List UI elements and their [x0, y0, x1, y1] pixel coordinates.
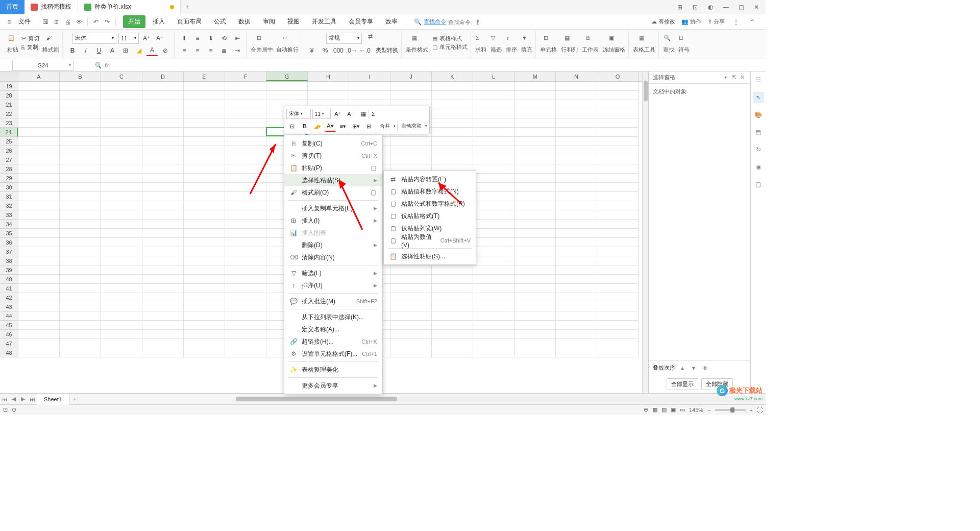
- ctx-cut[interactable]: ✂剪切(T)Ctrl+X: [284, 150, 382, 162]
- menu-tab-8[interactable]: 会员专享: [344, 15, 378, 28]
- cell[interactable]: [556, 210, 597, 220]
- sub-transpose[interactable]: ⇄粘贴内容转置(E): [384, 173, 476, 185]
- type-convert-button[interactable]: ⇄: [368, 33, 378, 43]
- cell[interactable]: [390, 155, 432, 164]
- indent-dec-icon[interactable]: ⇤: [232, 33, 243, 44]
- row-header-21[interactable]: 21: [0, 100, 18, 109]
- cell[interactable]: [225, 339, 266, 348]
- cell[interactable]: [18, 164, 60, 174]
- table-tool-button[interactable]: ▦表格工具: [633, 35, 655, 54]
- sub-formats[interactable]: ▢仅粘贴格式(T): [384, 210, 476, 222]
- cell[interactable]: [514, 164, 556, 174]
- cell[interactable]: [390, 91, 432, 100]
- cut-button[interactable]: ✂剪切: [21, 35, 39, 42]
- cell[interactable]: [597, 302, 639, 311]
- cell[interactable]: [60, 275, 101, 284]
- cell[interactable]: [556, 229, 597, 238]
- stack-eye-icon[interactable]: 👁: [701, 365, 709, 371]
- menu-tab-3[interactable]: 公式: [209, 15, 231, 28]
- cell[interactable]: [225, 82, 266, 91]
- cell[interactable]: [556, 220, 597, 229]
- underline-button[interactable]: U: [93, 45, 105, 56]
- cell[interactable]: [432, 82, 473, 91]
- cell[interactable]: [514, 275, 556, 284]
- cell[interactable]: [514, 210, 556, 220]
- align-top-icon[interactable]: ⬆: [179, 33, 190, 44]
- mini-fontcolor-button[interactable]: A▾: [325, 120, 336, 132]
- more-icon[interactable]: ⋮: [731, 17, 741, 27]
- cell[interactable]: [18, 174, 60, 183]
- status-ready-icon[interactable]: ⊡: [3, 406, 8, 413]
- phonetic-button[interactable]: ⊘: [160, 45, 171, 56]
- cell[interactable]: [101, 348, 142, 357]
- cell[interactable]: [60, 109, 101, 118]
- cell[interactable]: [184, 275, 225, 284]
- cell[interactable]: [514, 137, 556, 146]
- sum-button[interactable]: Σ求和: [475, 35, 486, 54]
- ctx-define-name[interactable]: 定义名称(A)...: [284, 323, 382, 335]
- cell[interactable]: [18, 155, 60, 164]
- cell[interactable]: [142, 192, 184, 201]
- cell[interactable]: [225, 174, 266, 183]
- cell[interactable]: [597, 192, 639, 201]
- saveas-icon[interactable]: 🗎: [52, 17, 62, 27]
- sheet-nav-next[interactable]: ▶: [18, 396, 28, 402]
- maximize-button[interactable]: ▢: [734, 2, 748, 13]
- percent-icon[interactable]: %: [320, 45, 331, 56]
- hscroll-thumb[interactable]: [236, 397, 397, 401]
- ctx-clear[interactable]: ⌫清除内容(N): [284, 251, 382, 263]
- row-header-33[interactable]: 33: [0, 210, 18, 220]
- cell[interactable]: [225, 201, 266, 210]
- status-record-icon[interactable]: ⊙: [12, 406, 16, 413]
- row-header-28[interactable]: 28: [0, 164, 18, 174]
- cell[interactable]: [142, 348, 184, 357]
- freeze-button[interactable]: ▣冻结窗格: [603, 35, 625, 54]
- cell[interactable]: [390, 302, 432, 311]
- mini-bold-button[interactable]: B: [299, 120, 310, 132]
- zoom-slider[interactable]: [715, 409, 746, 411]
- cell[interactable]: [225, 302, 266, 311]
- cell[interactable]: [60, 183, 101, 192]
- cell[interactable]: [101, 220, 142, 229]
- cell[interactable]: [432, 275, 473, 284]
- cell[interactable]: [432, 91, 473, 100]
- mini-format-icon[interactable]: ⊡: [286, 120, 298, 132]
- cell[interactable]: [556, 330, 597, 339]
- cell[interactable]: [597, 174, 639, 183]
- cell[interactable]: [225, 238, 266, 247]
- cell[interactable]: [225, 220, 266, 229]
- cell[interactable]: [60, 302, 101, 311]
- stack-down-icon[interactable]: ▼: [690, 365, 698, 371]
- cell[interactable]: [556, 275, 597, 284]
- cell[interactable]: [514, 201, 556, 210]
- cell[interactable]: [473, 146, 514, 155]
- mini-font-combo[interactable]: 宋体▾: [286, 109, 311, 119]
- cell[interactable]: [556, 155, 597, 164]
- cell[interactable]: [60, 210, 101, 220]
- cell[interactable]: [184, 91, 225, 100]
- cell[interactable]: [473, 164, 514, 174]
- cell[interactable]: [390, 275, 432, 284]
- cell[interactable]: [225, 146, 266, 155]
- tab-template[interactable]: 找稻壳模板: [24, 0, 78, 14]
- cell[interactable]: [514, 82, 556, 91]
- cell[interactable]: [101, 330, 142, 339]
- mini-merge-button[interactable]: ▦: [360, 108, 367, 119]
- cell[interactable]: [60, 82, 101, 91]
- row-header-35[interactable]: 35: [0, 229, 18, 238]
- cell[interactable]: [225, 155, 266, 164]
- cell[interactable]: [142, 91, 184, 100]
- cell[interactable]: [60, 174, 101, 183]
- cell[interactable]: [18, 201, 60, 210]
- cell[interactable]: [556, 192, 597, 201]
- cell[interactable]: [432, 155, 473, 164]
- cell[interactable]: [101, 311, 142, 321]
- cell[interactable]: [473, 275, 514, 284]
- cell[interactable]: [556, 238, 597, 247]
- cell[interactable]: [60, 100, 101, 109]
- cell[interactable]: [60, 146, 101, 155]
- name-box[interactable]: G24: [12, 60, 74, 71]
- cell[interactable]: [101, 82, 142, 91]
- cell[interactable]: [18, 348, 60, 357]
- cell[interactable]: [184, 339, 225, 348]
